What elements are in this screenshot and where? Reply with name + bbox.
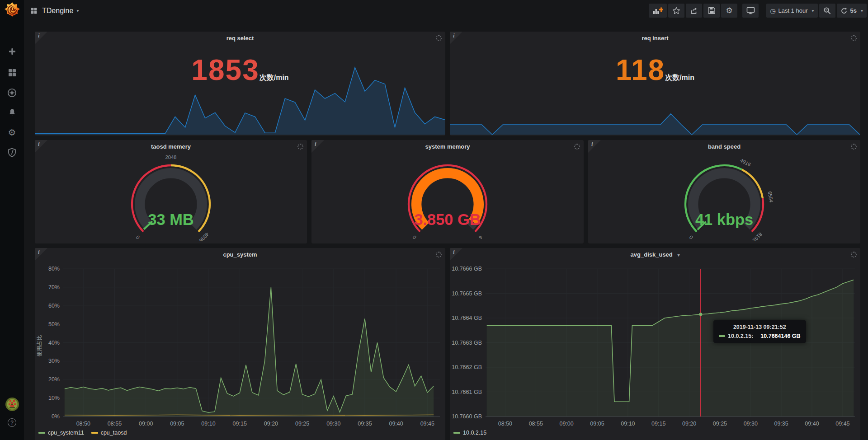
plus-icon: [8, 47, 17, 56]
svg-text:09:00: 09:00: [559, 421, 573, 427]
sidebar-item-dashboards[interactable]: [0, 68, 24, 77]
stat-number: 118: [616, 54, 665, 86]
tooltip-timestamp: 2019-11-13 09:21:52: [719, 324, 801, 330]
add-panel-button[interactable]: [649, 4, 667, 18]
series-color-dash: [91, 432, 98, 434]
share-icon: [690, 7, 698, 15]
panel-system-memory: i system memory 043.850 GB: [311, 140, 584, 243]
clock-icon: ◷: [770, 7, 775, 14]
save-dashboard-button[interactable]: [703, 4, 720, 18]
time-range-picker[interactable]: ◷ Last 1 hour ▾: [766, 4, 817, 18]
svg-text:08:55: 08:55: [529, 421, 543, 427]
sidebar-item-explore[interactable]: [0, 88, 24, 98]
panel-menu-caret-icon[interactable]: ▾: [677, 253, 679, 257]
svg-text:4: 4: [478, 234, 484, 240]
dashboard-picker[interactable]: TDengine ▾: [30, 7, 79, 15]
svg-text:09:20: 09:20: [682, 421, 696, 427]
svg-text:09:05: 09:05: [170, 421, 184, 427]
y-axis-label: 使用占比: [36, 330, 43, 362]
zoom-out-icon: [823, 7, 831, 14]
series-color-dash: [38, 432, 45, 434]
sidebar-item-create[interactable]: [0, 47, 24, 56]
panel-cpu-system: i cpu_system 08:5008:5509:0009:0509:1009…: [35, 248, 445, 440]
star-dashboard-button[interactable]: [668, 4, 684, 18]
top-navbar: TDengine ▾: [24, 0, 868, 21]
gauge: 043.850 GB: [389, 154, 506, 241]
sidebar-item-alerting[interactable]: [0, 108, 24, 117]
svg-text:8192: 8192: [751, 231, 763, 241]
svg-text:09:00: 09:00: [139, 421, 153, 427]
refresh-icon[interactable]: [840, 7, 848, 14]
time-range-label: Last 1 hour: [778, 7, 807, 14]
svg-text:09:15: 09:15: [651, 421, 665, 427]
sidebar-item-server-admin[interactable]: [0, 148, 24, 157]
legend-item[interactable]: cpu_system11: [38, 430, 84, 436]
user-avatar[interactable]: [0, 398, 24, 411]
panel-req-insert: i req insert 118次数/min: [450, 32, 860, 136]
dashboard-grid-icon: [30, 7, 38, 14]
svg-text:0: 0: [688, 234, 694, 240]
svg-text:09:10: 09:10: [201, 421, 215, 427]
panel-title[interactable]: avg_disk_used ▾: [450, 251, 860, 258]
svg-text:0: 0: [411, 234, 417, 240]
svg-text:10.7664 GB: 10.7664 GB: [452, 315, 482, 321]
svg-text:33 MB: 33 MB: [148, 211, 193, 228]
panel-avg-disk-used: i avg_disk_used ▾ 08:5008:5509:0009:0509…: [450, 248, 860, 440]
monitor-icon: [746, 7, 755, 14]
svg-text:09:35: 09:35: [358, 421, 372, 427]
tooltip-value: 10.7664146 GB: [760, 333, 800, 339]
tooltip-series: 10.0.2.15:: [728, 333, 753, 339]
panel-req-select: i req select 1853次数/min: [35, 32, 445, 136]
svg-text:10.7660 GB: 10.7660 GB: [452, 413, 482, 420]
svg-text:30%: 30%: [48, 358, 60, 364]
svg-text:41 kbps: 41 kbps: [695, 211, 753, 228]
shield-icon: [8, 148, 16, 157]
panel-title[interactable]: cpu_system: [35, 251, 445, 258]
panel-title[interactable]: band speed: [588, 143, 860, 150]
side-menu: ⚙ ?: [0, 0, 24, 440]
sidebar-item-help[interactable]: ?: [0, 418, 24, 427]
panel-taosd-memory: i taosd memery 02048409633 MB: [35, 140, 307, 243]
svg-text:09:20: 09:20: [264, 421, 278, 427]
svg-text:40%: 40%: [48, 340, 60, 346]
chart-legend: 10.0.2.15: [453, 430, 486, 436]
svg-text:09:10: 09:10: [621, 421, 635, 427]
svg-text:10%: 10%: [48, 395, 60, 401]
sidebar-item-configuration[interactable]: ⚙: [0, 128, 24, 137]
svg-text:80%: 80%: [48, 266, 60, 272]
panel-title[interactable]: system memory: [311, 143, 584, 150]
svg-text:09:30: 09:30: [326, 421, 340, 427]
panel-title[interactable]: taosd memery: [35, 143, 307, 150]
svg-text:6554: 6554: [767, 191, 774, 203]
svg-text:09:05: 09:05: [590, 421, 604, 427]
svg-text:20%: 20%: [48, 376, 60, 383]
svg-text:08:50: 08:50: [498, 421, 512, 427]
chevron-down-icon: ▾: [861, 8, 863, 13]
save-icon: [708, 7, 716, 14]
add-panel-icon: [652, 7, 663, 15]
svg-text:08:50: 08:50: [76, 421, 90, 427]
legend-item[interactable]: 10.0.2.15: [453, 430, 486, 436]
panel-title[interactable]: req select: [35, 35, 445, 42]
refresh-picker[interactable]: 5s ▾: [837, 4, 867, 18]
navbar-actions: ⚙ ◷ Last 1 hour ▾: [647, 4, 867, 18]
disk-chart-plot[interactable]: 08:5008:5509:0009:0509:1009:1509:2009:25…: [450, 248, 860, 440]
cycle-view-mode-button[interactable]: [742, 4, 759, 18]
help-icon: ?: [8, 418, 16, 427]
share-dashboard-button[interactable]: [686, 4, 702, 18]
panel-title[interactable]: req insert: [450, 35, 860, 42]
star-icon: [672, 7, 680, 14]
svg-text:50%: 50%: [48, 321, 60, 328]
gauge: 049166554819241 kbps: [666, 154, 783, 241]
grafana-logo[interactable]: [4, 2, 20, 19]
legend-item[interactable]: cpu_taosd: [91, 430, 127, 436]
chevron-down-icon: ▾: [76, 8, 79, 13]
refresh-interval-label[interactable]: 5s: [850, 7, 857, 14]
gear-icon: ⚙: [726, 6, 733, 15]
series-color-dash: [719, 335, 725, 337]
stat-number: 1853: [191, 54, 259, 86]
cpu-chart-plot[interactable]: 08:5008:5509:0009:0509:1009:1509:2009:25…: [35, 248, 445, 440]
dashboard-settings-button[interactable]: ⚙: [721, 4, 737, 18]
zoom-out-time-button[interactable]: [819, 4, 835, 18]
graph-tooltip: 2019-11-13 09:21:52 10.0.2.15: 10.766414…: [713, 320, 806, 343]
